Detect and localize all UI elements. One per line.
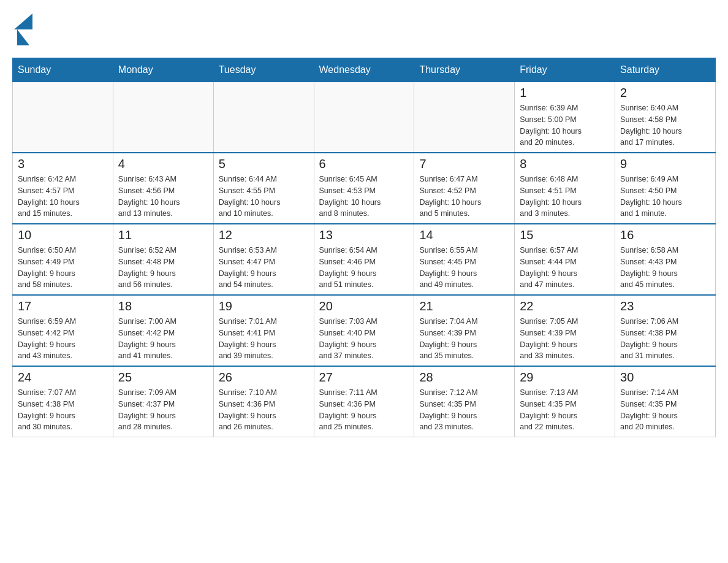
weekday-header-row: SundayMondayTuesdayWednesdayThursdayFrid… (13, 58, 716, 82)
day-number: 19 (219, 299, 309, 313)
day-number: 20 (319, 299, 409, 313)
weekday-header-thursday: Thursday (414, 58, 515, 82)
calendar-day-cell: 27Sunrise: 7:11 AMSunset: 4:36 PMDayligh… (314, 366, 414, 437)
calendar-day-cell: 12Sunrise: 6:53 AMSunset: 4:47 PMDayligh… (213, 224, 314, 295)
calendar-day-cell: 24Sunrise: 7:07 AMSunset: 4:38 PMDayligh… (13, 366, 113, 437)
calendar-day-cell: 6Sunrise: 6:45 AMSunset: 4:53 PMDaylight… (314, 153, 414, 224)
day-info: Sunrise: 7:00 AMSunset: 4:42 PMDaylight:… (118, 316, 208, 362)
day-info: Sunrise: 6:55 AMSunset: 4:45 PMDaylight:… (419, 245, 509, 291)
day-number: 22 (520, 299, 610, 313)
day-info: Sunrise: 6:53 AMSunset: 4:47 PMDaylight:… (219, 245, 309, 291)
calendar-week-row: 24Sunrise: 7:07 AMSunset: 4:38 PMDayligh… (13, 366, 716, 437)
day-info: Sunrise: 7:14 AMSunset: 4:35 PMDaylight:… (620, 387, 710, 433)
day-number: 8 (520, 157, 610, 171)
day-number: 16 (620, 228, 710, 242)
calendar-day-cell: 23Sunrise: 7:06 AMSunset: 4:38 PMDayligh… (615, 295, 716, 366)
calendar-day-cell: 30Sunrise: 7:14 AMSunset: 4:35 PMDayligh… (615, 366, 716, 437)
day-info: Sunrise: 6:43 AMSunset: 4:56 PMDaylight:… (118, 174, 208, 220)
day-info: Sunrise: 7:01 AMSunset: 4:41 PMDaylight:… (219, 316, 309, 362)
day-info: Sunrise: 7:03 AMSunset: 4:40 PMDaylight:… (319, 316, 409, 362)
calendar-day-cell: 18Sunrise: 7:00 AMSunset: 4:42 PMDayligh… (113, 295, 213, 366)
calendar-day-cell: 14Sunrise: 6:55 AMSunset: 4:45 PMDayligh… (414, 224, 515, 295)
day-number: 25 (118, 370, 208, 385)
day-number: 29 (520, 370, 610, 385)
day-number: 4 (118, 157, 208, 171)
calendar-day-cell (414, 82, 515, 153)
weekday-header-friday: Friday (515, 58, 615, 82)
logo-triangle-icon (14, 13, 32, 29)
calendar-day-cell: 21Sunrise: 7:04 AMSunset: 4:39 PMDayligh… (414, 295, 515, 366)
day-info: Sunrise: 7:05 AMSunset: 4:39 PMDaylight:… (520, 316, 610, 362)
day-number: 17 (18, 299, 108, 313)
calendar-week-row: 17Sunrise: 6:59 AMSunset: 4:42 PMDayligh… (13, 295, 716, 366)
calendar-day-cell: 2Sunrise: 6:40 AMSunset: 4:58 PMDaylight… (615, 82, 716, 153)
day-info: Sunrise: 7:12 AMSunset: 4:35 PMDaylight:… (419, 387, 509, 433)
calendar-day-cell (113, 82, 213, 153)
day-info: Sunrise: 7:06 AMSunset: 4:38 PMDaylight:… (620, 316, 710, 362)
calendar-day-cell: 5Sunrise: 6:44 AMSunset: 4:55 PMDaylight… (213, 153, 314, 224)
calendar-day-cell: 19Sunrise: 7:01 AMSunset: 4:41 PMDayligh… (213, 295, 314, 366)
day-number: 23 (620, 299, 710, 313)
calendar-day-cell: 26Sunrise: 7:10 AMSunset: 4:36 PMDayligh… (213, 366, 314, 437)
day-number: 12 (219, 228, 309, 242)
calendar-table: SundayMondayTuesdayWednesdayThursdayFrid… (12, 58, 716, 437)
day-info: Sunrise: 6:59 AMSunset: 4:42 PMDaylight:… (18, 316, 108, 362)
calendar-day-cell: 10Sunrise: 6:50 AMSunset: 4:49 PMDayligh… (13, 224, 113, 295)
calendar-week-row: 10Sunrise: 6:50 AMSunset: 4:49 PMDayligh… (13, 224, 716, 295)
day-info: Sunrise: 7:13 AMSunset: 4:35 PMDaylight:… (520, 387, 610, 433)
calendar-day-cell: 11Sunrise: 6:52 AMSunset: 4:48 PMDayligh… (113, 224, 213, 295)
day-info: Sunrise: 6:49 AMSunset: 4:50 PMDaylight:… (620, 174, 710, 220)
calendar-day-cell: 9Sunrise: 6:49 AMSunset: 4:50 PMDaylight… (615, 153, 716, 224)
weekday-header-saturday: Saturday (615, 58, 716, 82)
logo-triangle2-icon (17, 29, 29, 45)
day-number: 6 (319, 157, 409, 171)
day-info: Sunrise: 6:48 AMSunset: 4:51 PMDaylight:… (520, 174, 610, 220)
calendar-day-cell (314, 82, 414, 153)
calendar-day-cell: 1Sunrise: 6:39 AMSunset: 5:00 PMDaylight… (515, 82, 615, 153)
svg-marker-1 (17, 29, 29, 45)
day-info: Sunrise: 6:39 AMSunset: 5:00 PMDaylight:… (520, 102, 610, 148)
day-info: Sunrise: 7:09 AMSunset: 4:37 PMDaylight:… (118, 387, 208, 433)
calendar-day-cell: 25Sunrise: 7:09 AMSunset: 4:37 PMDayligh… (113, 366, 213, 437)
day-number: 5 (219, 157, 309, 171)
day-number: 24 (18, 370, 108, 385)
calendar-day-cell: 15Sunrise: 6:57 AMSunset: 4:44 PMDayligh… (515, 224, 615, 295)
day-number: 15 (520, 228, 610, 242)
day-number: 11 (118, 228, 208, 242)
svg-marker-0 (14, 13, 32, 29)
weekday-header-tuesday: Tuesday (213, 58, 314, 82)
day-info: Sunrise: 6:40 AMSunset: 4:58 PMDaylight:… (620, 102, 710, 148)
calendar-week-row: 3Sunrise: 6:42 AMSunset: 4:57 PMDaylight… (13, 153, 716, 224)
day-number: 28 (419, 370, 509, 385)
calendar-day-cell (213, 82, 314, 153)
day-info: Sunrise: 6:50 AMSunset: 4:49 PMDaylight:… (18, 245, 108, 291)
day-info: Sunrise: 6:52 AMSunset: 4:48 PMDaylight:… (118, 245, 208, 291)
calendar-day-cell: 17Sunrise: 6:59 AMSunset: 4:42 PMDayligh… (13, 295, 113, 366)
day-info: Sunrise: 7:04 AMSunset: 4:39 PMDaylight:… (419, 316, 509, 362)
day-number: 7 (419, 157, 509, 171)
day-info: Sunrise: 6:44 AMSunset: 4:55 PMDaylight:… (219, 174, 309, 220)
day-number: 13 (319, 228, 409, 242)
calendar-day-cell (13, 82, 113, 153)
calendar-day-cell: 16Sunrise: 6:58 AMSunset: 4:43 PMDayligh… (615, 224, 716, 295)
day-info: Sunrise: 6:47 AMSunset: 4:52 PMDaylight:… (419, 174, 509, 220)
day-info: Sunrise: 6:58 AMSunset: 4:43 PMDaylight:… (620, 245, 710, 291)
day-info: Sunrise: 6:57 AMSunset: 4:44 PMDaylight:… (520, 245, 610, 291)
calendar-day-cell: 8Sunrise: 6:48 AMSunset: 4:51 PMDaylight… (515, 153, 615, 224)
day-info: Sunrise: 6:45 AMSunset: 4:53 PMDaylight:… (319, 174, 409, 220)
day-number: 14 (419, 228, 509, 242)
weekday-header-sunday: Sunday (13, 58, 113, 82)
calendar-day-cell: 7Sunrise: 6:47 AMSunset: 4:52 PMDaylight… (414, 153, 515, 224)
calendar-day-cell: 28Sunrise: 7:12 AMSunset: 4:35 PMDayligh… (414, 366, 515, 437)
day-number: 2 (620, 86, 710, 100)
weekday-header-wednesday: Wednesday (314, 58, 414, 82)
calendar-day-cell: 29Sunrise: 7:13 AMSunset: 4:35 PMDayligh… (515, 366, 615, 437)
day-info: Sunrise: 7:10 AMSunset: 4:36 PMDaylight:… (219, 387, 309, 433)
day-number: 21 (419, 299, 509, 313)
day-info: Sunrise: 6:54 AMSunset: 4:46 PMDaylight:… (319, 245, 409, 291)
calendar-day-cell: 22Sunrise: 7:05 AMSunset: 4:39 PMDayligh… (515, 295, 615, 366)
calendar-day-cell: 13Sunrise: 6:54 AMSunset: 4:46 PMDayligh… (314, 224, 414, 295)
day-number: 9 (620, 157, 710, 171)
weekday-header-monday: Monday (113, 58, 213, 82)
day-number: 26 (219, 370, 309, 385)
